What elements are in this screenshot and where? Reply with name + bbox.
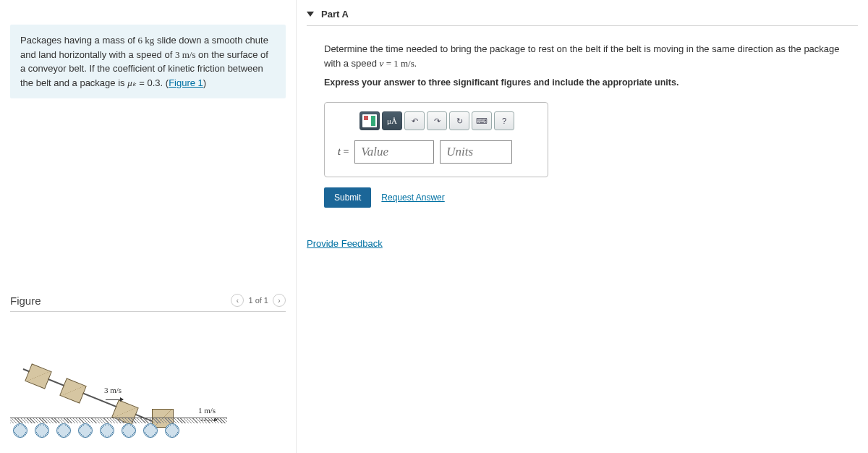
submit-button[interactable]: Submit [324, 187, 371, 208]
part-body: Determine the time needed to bring the p… [307, 25, 858, 249]
value: = 1 m/s. [383, 58, 417, 69]
figure-prev-button[interactable]: ‹ [231, 294, 244, 307]
figure-next-button[interactable]: › [273, 294, 286, 307]
part-header[interactable]: Part A [307, 6, 858, 25]
belt-speed-label: 1 m/s [198, 406, 216, 415]
templates-button[interactable] [359, 111, 380, 130]
units-input[interactable] [440, 140, 512, 164]
equals-sign: = [341, 146, 349, 157]
figure-section: Figure ‹ 1 of 1 › 3 m/s [10, 294, 286, 449]
provide-feedback-link[interactable]: Provide Feedback [307, 238, 858, 249]
arrow-icon [106, 399, 123, 401]
value-input[interactable] [354, 140, 434, 164]
figure-title: Figure [10, 295, 41, 307]
text: ) [203, 77, 206, 88]
equation-toolbar: μÅ ↶ ↷ ↻ ⌨ ? [359, 111, 535, 130]
prompt-text: Determine the time needed to bring the p… [324, 42, 858, 70]
keyboard-button[interactable]: ⌨ [472, 111, 492, 130]
speed-value: 3 m/s [175, 49, 196, 60]
request-answer-link[interactable]: Request Answer [381, 192, 444, 203]
reset-button[interactable]: ↻ [449, 111, 469, 130]
figure-image: 3 m/s 1 m/s [10, 363, 286, 449]
collapse-icon [307, 12, 314, 17]
mu-symbol: μₖ [127, 77, 137, 88]
problem-statement: Packages having a mass of 6 kg slide dow… [10, 25, 286, 98]
answer-area: μÅ ↶ ↷ ↻ ⌨ ? t = [324, 102, 548, 177]
mu-value: = 0.3. ( [137, 77, 169, 88]
help-button[interactable]: ? [494, 111, 514, 130]
chute-speed-label: 3 m/s [104, 386, 122, 394]
figure-link[interactable]: Figure 1 [169, 77, 203, 88]
text: Packages having a mass of [20, 35, 138, 46]
instruction-text: Express your answer to three significant… [324, 77, 858, 88]
symbols-button[interactable]: μÅ [382, 111, 402, 130]
redo-button[interactable]: ↷ [427, 111, 447, 130]
figure-nav: ‹ 1 of 1 › [231, 294, 286, 307]
figure-counter: 1 of 1 [248, 296, 268, 305]
part-title: Part A [321, 9, 349, 20]
mass-value: 6 kg [138, 35, 155, 46]
undo-button[interactable]: ↶ [404, 111, 425, 130]
